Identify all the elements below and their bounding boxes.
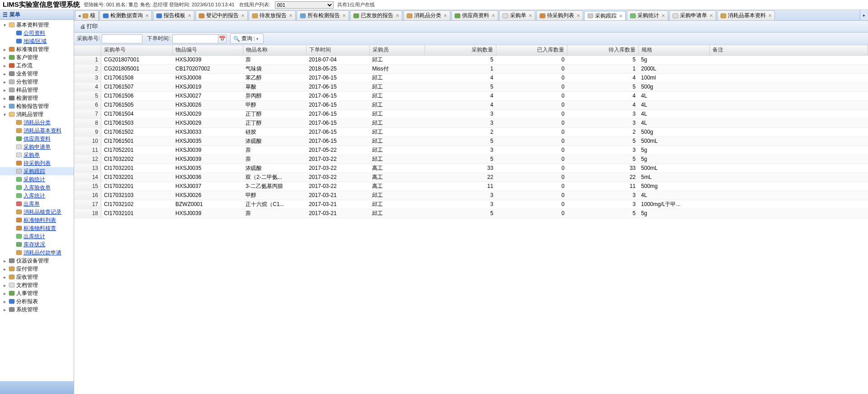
toggle-icon[interactable] xyxy=(9,38,14,44)
nav-item-20[interactable]: 入库验收单 xyxy=(0,183,74,192)
table-row[interactable]: 17CI17032102BZWZ0001正十六烷（C1...2017-03-21… xyxy=(74,200,868,209)
nav-item-3[interactable]: ▸标准项目管理 xyxy=(0,45,74,53)
tab-9[interactable]: 采购单✕ xyxy=(499,10,535,20)
close-icon[interactable]: ✕ xyxy=(576,13,580,18)
nav-item-32[interactable]: ▸文档管理 xyxy=(0,281,74,289)
toggle-icon[interactable]: ▾ xyxy=(2,112,7,117)
order-date-input[interactable] xyxy=(173,35,213,43)
nav-item-35[interactable]: ▸系统管理 xyxy=(0,305,74,314)
toggle-icon[interactable] xyxy=(9,136,14,141)
tab-scroll-right[interactable]: ▸ xyxy=(860,10,868,20)
toggle-icon[interactable] xyxy=(9,225,14,231)
toggle-icon[interactable] xyxy=(9,169,14,174)
table-row[interactable]: 11CI17052201HXSJ0039萘2017-05-22邱工3035g xyxy=(74,145,868,155)
nav-item-8[interactable]: ▸样品管理 xyxy=(0,86,74,94)
table-row[interactable]: 18CI17032101HXSJ0039萘2017-03-21邱工5055g xyxy=(74,209,868,218)
toggle-icon[interactable]: ▸ xyxy=(2,71,7,76)
close-icon[interactable]: ✕ xyxy=(145,13,149,18)
toggle-icon[interactable] xyxy=(9,193,14,198)
toggle-icon[interactable] xyxy=(9,177,14,182)
nav-item-17[interactable]: 待采购列表 xyxy=(0,159,74,167)
table-row[interactable]: 9CI17061502HXSJ0033硅胶2017-06-15邱工202500g xyxy=(74,127,868,136)
nav-item-30[interactable]: ▸应付管理 xyxy=(0,265,74,273)
toggle-icon[interactable] xyxy=(9,201,14,206)
col-header-7[interactable]: 已入库数量 xyxy=(496,45,567,55)
nav-item-25[interactable]: 标准物料核查 xyxy=(0,224,74,232)
toggle-icon[interactable] xyxy=(9,242,14,247)
table-row[interactable]: 16CI17032103HXSJ0026甲醇2017-03-21邱工3034L xyxy=(74,191,868,200)
tab-4[interactable]: 待发放报告✕ xyxy=(249,10,296,20)
col-header-5[interactable]: 采购员 xyxy=(369,45,425,55)
table-row[interactable]: 13CI17032201HXSJ0035浓硫酸2017-03-22高工33033… xyxy=(74,164,868,173)
order-no-input[interactable] xyxy=(102,34,142,43)
nav-item-22[interactable]: 出库单 xyxy=(0,200,74,208)
nav-item-7[interactable]: ▸分包管理 xyxy=(0,78,74,86)
close-icon[interactable]: ✕ xyxy=(661,13,665,18)
toggle-icon[interactable] xyxy=(9,160,14,166)
tab-10[interactable]: 待采购列表✕ xyxy=(536,10,583,20)
toggle-icon[interactable] xyxy=(9,152,14,158)
nav-item-33[interactable]: ▸人事管理 xyxy=(0,289,74,297)
toggle-icon[interactable] xyxy=(9,209,14,215)
close-icon[interactable]: ✕ xyxy=(396,13,399,18)
tab-8[interactable]: 供应商资料✕ xyxy=(451,10,498,20)
close-icon[interactable]: ✕ xyxy=(768,13,772,18)
toggle-icon[interactable]: ▸ xyxy=(2,282,7,288)
table-row[interactable]: 10CI17061501HXSJ0035浓硫酸2017-06-15邱工50550… xyxy=(74,136,868,145)
col-header-2[interactable]: 物品编号 xyxy=(173,45,243,55)
nav-item-34[interactable]: ▸分析报表 xyxy=(0,297,74,305)
table-row[interactable]: 14CI17032201HXSJ0036双（2-二甲氨...2017-03-22… xyxy=(74,173,868,182)
toggle-icon[interactable] xyxy=(9,30,14,36)
close-icon[interactable]: ✕ xyxy=(342,13,346,18)
nav-item-16[interactable]: 采购单 xyxy=(0,151,74,159)
search-dropdown-icon[interactable]: ▾ xyxy=(254,37,260,41)
nav-item-5[interactable]: ▸工作流 xyxy=(0,61,74,70)
search-button[interactable]: 🔍 查询 ▾ xyxy=(230,33,264,44)
close-icon[interactable]: ✕ xyxy=(289,13,292,18)
close-icon[interactable]: ✕ xyxy=(709,13,713,18)
tab-2[interactable]: 报告模板✕ xyxy=(153,10,194,20)
online-users-select[interactable]: 001 xyxy=(275,1,334,9)
toggle-icon[interactable]: ▸ xyxy=(2,266,7,272)
nav-item-28[interactable]: 消耗品付款申请 xyxy=(0,249,74,257)
nav-item-23[interactable]: 消耗品核查记录 xyxy=(0,208,74,216)
close-icon[interactable]: ✕ xyxy=(528,13,532,18)
nav-item-10[interactable]: ▸检验报告管理 xyxy=(0,102,74,110)
nav-item-0[interactable]: ▾基本资料管理 xyxy=(0,21,74,29)
toggle-icon[interactable]: ▸ xyxy=(2,291,7,296)
nav-item-12[interactable]: 消耗品分类 xyxy=(0,118,74,127)
table-row[interactable]: 1CG201807001HXSJ0039萘2018-07-04邱工5055g xyxy=(74,55,868,64)
print-button[interactable]: 🖨 打印 xyxy=(77,21,101,32)
nav-item-21[interactable]: 入库统计 xyxy=(0,192,74,200)
toggle-icon[interactable] xyxy=(9,250,14,255)
tab-0[interactable]: ◂核 xyxy=(75,10,99,20)
tab-7[interactable]: 消耗品分类✕ xyxy=(403,10,450,20)
nav-item-26[interactable]: 出库统计 xyxy=(0,232,74,240)
nav-item-18[interactable]: 采购跟踪 xyxy=(0,167,74,175)
table-row[interactable]: 4CI17061507HXSJ0019草酸2017-06-15邱工505500g xyxy=(74,82,868,91)
nav-item-9[interactable]: ▸检测管理 xyxy=(0,94,74,102)
table-row[interactable]: 6CI17061505HXSJ0026甲醇2017-06-15邱工4044L xyxy=(74,100,868,109)
toggle-icon[interactable]: ▸ xyxy=(2,274,7,280)
nav-item-31[interactable]: ▸应收管理 xyxy=(0,273,74,281)
table-row[interactable]: 7CI17061504HXSJ0029正丁醇2017-06-15邱工3034L xyxy=(74,109,868,118)
toggle-icon[interactable] xyxy=(9,185,14,190)
col-header-4[interactable]: 下单时间 xyxy=(306,45,369,55)
toggle-icon[interactable]: ▸ xyxy=(2,79,7,84)
close-icon[interactable]: ✕ xyxy=(443,13,447,18)
toggle-icon[interactable] xyxy=(9,144,14,150)
toggle-icon[interactable] xyxy=(9,217,14,223)
nav-item-15[interactable]: 采购申请单 xyxy=(0,143,74,151)
nav-item-14[interactable]: 供应商资料 xyxy=(0,135,74,143)
col-header-3[interactable]: 物品名称 xyxy=(243,45,306,55)
toggle-icon[interactable]: ▸ xyxy=(2,63,7,68)
nav-item-27[interactable]: 库存状况 xyxy=(0,240,74,249)
toggle-icon[interactable]: ▸ xyxy=(2,307,7,312)
toggle-icon[interactable]: ▸ xyxy=(2,258,7,263)
nav-item-24[interactable]: 标准物料列表 xyxy=(0,216,74,224)
col-header-1[interactable]: 采购单号 xyxy=(101,45,172,55)
col-header-10[interactable]: 备注 xyxy=(710,45,868,55)
col-header-8[interactable]: 待入库数量 xyxy=(567,45,638,55)
col-header-6[interactable]: 采购数量 xyxy=(425,45,496,55)
toggle-icon[interactable] xyxy=(9,128,14,133)
